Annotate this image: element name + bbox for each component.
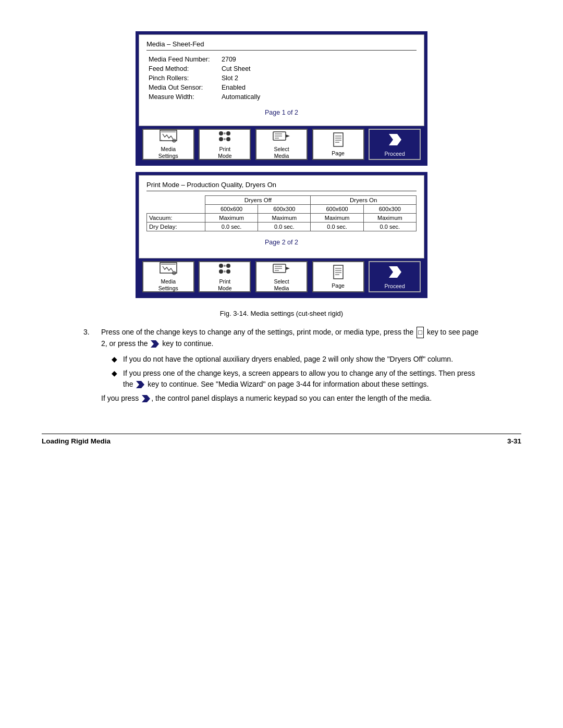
proceed-button-2[interactable]: Proceed bbox=[369, 261, 421, 292]
print-mode-button[interactable]: PrintMode bbox=[199, 129, 251, 160]
media-settings-label-2: MediaSettings bbox=[158, 278, 178, 291]
panel1-info-table: Media Feed Number:2709Feed Method:Cut Sh… bbox=[146, 55, 417, 102]
field-label: Measure Width: bbox=[146, 92, 219, 102]
row-value: 0.0 sec. bbox=[205, 223, 258, 231]
panel2-row: Vacuum:MaximumMaximumMaximumMaximum bbox=[147, 214, 417, 223]
step-3: 3. Press one of the change keys to chang… bbox=[83, 327, 480, 409]
step-3-text: Press one of the change keys to change a… bbox=[101, 327, 480, 350]
panel1-wrapper: Media – Sheet-Fed Media Feed Number:2709… bbox=[136, 31, 427, 166]
panel2-page-indicator: Page 2 of 2 bbox=[146, 239, 417, 246]
field-label: Media Out Sensor: bbox=[146, 83, 219, 92]
page-label: Page bbox=[332, 150, 345, 157]
print-mode-button-2[interactable]: PrintMode bbox=[199, 261, 251, 292]
panel2-table: Dryers Off Dryers On 600x600600x300600x6… bbox=[146, 195, 417, 231]
page-button[interactable]: Page bbox=[312, 129, 364, 160]
svg-point-14 bbox=[226, 264, 230, 268]
row-value: Maximum bbox=[311, 214, 363, 223]
svg-point-4 bbox=[219, 137, 223, 141]
toolbar1: MediaSettings PrintMode bbox=[139, 126, 424, 163]
page-label-2: Page bbox=[332, 282, 345, 289]
print-mode-icon-2 bbox=[217, 262, 232, 277]
media-settings-button-2[interactable]: MediaSettings bbox=[142, 261, 194, 292]
field-value: Automatically bbox=[219, 92, 417, 102]
dryers-on-header: Dryers On bbox=[311, 196, 417, 205]
field-value: Enabled bbox=[219, 83, 417, 92]
print-mode-label-2: PrintMode bbox=[218, 278, 231, 291]
toolbar2: MediaSettings PrintMode bbox=[139, 258, 424, 295]
row-value: 0.0 sec. bbox=[311, 223, 363, 231]
panel1-page-indicator: Page 1 of 2 bbox=[146, 109, 417, 116]
media-settings-icon bbox=[160, 129, 177, 144]
panel1-title: Media – Sheet-Fed bbox=[146, 40, 417, 51]
step-number: 3. bbox=[83, 327, 96, 409]
figure-caption: Fig. 3-14. Media settings (cut-sheet rig… bbox=[136, 310, 427, 317]
svg-rect-9 bbox=[334, 133, 343, 146]
footer-right: 3-31 bbox=[507, 437, 521, 445]
svg-point-6 bbox=[224, 132, 226, 134]
svg-marker-22 bbox=[151, 340, 159, 348]
proceed-icon-2 bbox=[387, 264, 402, 281]
field-value: Slot 2 bbox=[219, 73, 417, 83]
svg-marker-21 bbox=[389, 266, 401, 278]
panel1-row: Feed Method:Cut Sheet bbox=[146, 64, 417, 73]
page-footer: Loading Rigid Media 3-31 bbox=[42, 434, 521, 445]
panel2-row: Dry Delay:0.0 sec.0.0 sec.0.0 sec.0.0 se… bbox=[147, 223, 417, 231]
col-header: 600x300 bbox=[363, 205, 416, 214]
empty-col bbox=[147, 205, 205, 214]
panel2-wrapper: Print Mode – Production Quality, Dryers … bbox=[136, 172, 427, 298]
bullet-diamond-2: ◆ bbox=[112, 368, 119, 390]
bullet-diamond-1: ◆ bbox=[112, 354, 119, 365]
svg-point-16 bbox=[226, 269, 230, 274]
col-header: 600x600 bbox=[311, 205, 363, 214]
svg-rect-20 bbox=[334, 265, 343, 279]
field-label: Feed Method: bbox=[146, 64, 219, 73]
body-text: 3. Press one of the change keys to chang… bbox=[83, 327, 480, 413]
media-settings-icon-2 bbox=[160, 262, 177, 277]
select-media-icon-2 bbox=[273, 262, 290, 277]
bullet-1-text: If you do not have the optional auxiliar… bbox=[123, 354, 453, 365]
page-icon bbox=[333, 132, 344, 149]
page-key-inline-icon: □ bbox=[417, 327, 424, 338]
bullet-list: ◆ If you do not have the optional auxili… bbox=[112, 354, 480, 390]
dryers-off-header: Dryers Off bbox=[205, 196, 311, 205]
panel1-row: Media Out Sensor:Enabled bbox=[146, 83, 417, 92]
panel1-row: Media Feed Number:2709 bbox=[146, 55, 417, 64]
panel1-inner: Media – Sheet-Fed Media Feed Number:2709… bbox=[139, 34, 424, 126]
svg-point-15 bbox=[219, 269, 223, 274]
proceed-label: Proceed bbox=[385, 151, 405, 157]
media-settings-button[interactable]: MediaSettings bbox=[142, 129, 194, 160]
select-media-button[interactable]: SelectMedia bbox=[255, 129, 308, 160]
select-media-label-2: SelectMedia bbox=[274, 278, 289, 291]
page-content: Media – Sheet-Fed Media Feed Number:2709… bbox=[42, 31, 521, 445]
svg-point-5 bbox=[226, 137, 230, 141]
svg-marker-10 bbox=[389, 134, 401, 145]
row-label: Dry Delay: bbox=[147, 223, 205, 231]
select-media-label: SelectMedia bbox=[274, 146, 289, 159]
row-value: Maximum bbox=[363, 214, 416, 223]
bullet-1: ◆ If you do not have the optional auxili… bbox=[112, 354, 480, 365]
media-settings-label: MediaSettings bbox=[158, 146, 178, 159]
svg-point-17 bbox=[224, 265, 226, 267]
proceed-label-2: Proceed bbox=[385, 283, 405, 290]
row-value: Maximum bbox=[205, 214, 258, 223]
col-header: 600x300 bbox=[258, 205, 311, 214]
proceed-button[interactable]: Proceed bbox=[369, 129, 421, 160]
select-media-button-2[interactable]: SelectMedia bbox=[255, 261, 308, 292]
field-value: Cut Sheet bbox=[219, 64, 417, 73]
footer-left: Loading Rigid Media bbox=[42, 437, 111, 445]
final-paragraph: If you press , the control panel display… bbox=[101, 393, 480, 404]
row-label: Vacuum: bbox=[147, 214, 205, 223]
row-value: 0.0 sec. bbox=[363, 223, 416, 231]
field-label: Media Feed Number: bbox=[146, 55, 219, 64]
svg-point-18 bbox=[224, 270, 226, 273]
page-button-2[interactable]: Page bbox=[312, 261, 364, 292]
empty-corner bbox=[147, 196, 205, 205]
step-3-content: Press one of the change keys to change a… bbox=[101, 327, 480, 409]
svg-marker-23 bbox=[136, 381, 144, 388]
bullet-2-text: If you press one of the change keys, a s… bbox=[123, 368, 480, 390]
panel2-inner: Print Mode – Production Quality, Dryers … bbox=[139, 175, 424, 258]
field-label: Pinch Rollers: bbox=[146, 73, 219, 83]
row-value: Maximum bbox=[258, 214, 311, 223]
page-icon-2 bbox=[333, 265, 344, 281]
print-mode-icon bbox=[217, 129, 232, 144]
